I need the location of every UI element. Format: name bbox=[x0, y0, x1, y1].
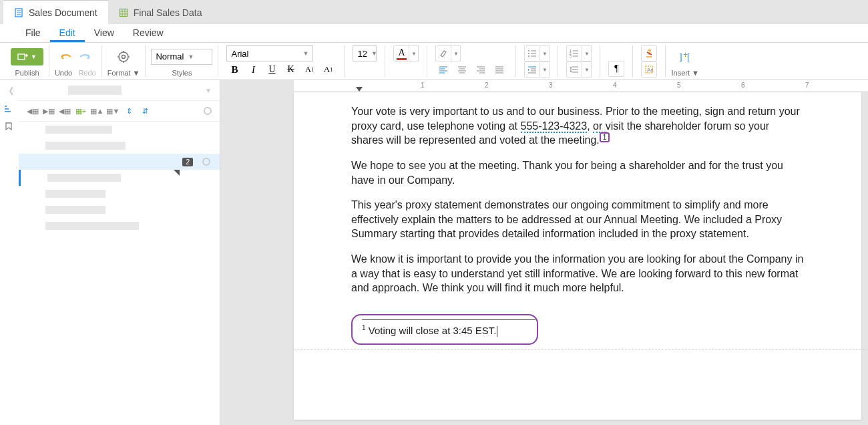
sidebar-item[interactable] bbox=[19, 138, 220, 154]
ruler-mark: 3 bbox=[549, 82, 553, 89]
sheet-icon bbox=[119, 8, 128, 17]
sidebar: 《 ▼ ◀▦ ▶▦ ◀▦ ▦+ ▦▲ ▦▼ ⇕ ⇵ bbox=[0, 80, 220, 425]
add-icon[interactable]: ▦+ bbox=[75, 105, 87, 117]
sidebar-item[interactable] bbox=[19, 186, 220, 202]
publish-button[interactable]: ▼ bbox=[11, 48, 43, 65]
tab-final-sales-data[interactable]: Final Sales Data bbox=[108, 0, 213, 24]
paragraph[interactable]: We hope to see you at the meeting. Thank… bbox=[351, 158, 804, 187]
align-left-button[interactable] bbox=[435, 61, 451, 78]
ruler-mark: 1 bbox=[421, 82, 425, 89]
menu-edit[interactable]: Edit bbox=[50, 23, 85, 42]
svg-text:]: ] bbox=[679, 52, 682, 62]
numbered-list-button[interactable]: 123 ▼ bbox=[566, 45, 592, 61]
sidebar-item[interactable] bbox=[19, 170, 220, 186]
promote-icon[interactable]: ◀▦ bbox=[59, 105, 71, 117]
format-label: Format bbox=[107, 69, 131, 77]
highlight-button[interactable]: ▼ bbox=[435, 45, 461, 61]
bold-button[interactable]: B bbox=[226, 61, 242, 78]
size-combo-value: 12 bbox=[357, 49, 367, 59]
phone-number: 555-123-4323 bbox=[521, 120, 588, 133]
tab-sales-document[interactable]: Sales Document bbox=[3, 0, 108, 24]
ruler-mark: 5 bbox=[677, 82, 681, 89]
collapse-all-icon[interactable]: ⇵ bbox=[139, 105, 151, 117]
select-all-button[interactable]: Aa bbox=[641, 61, 657, 78]
svg-point-11 bbox=[122, 55, 126, 58]
sidebar-toolbar: ◀▦ ▶▦ ◀▦ ▦+ ▦▲ ▦▼ ⇕ ⇵ bbox=[19, 101, 220, 122]
ruler-mark: 7 bbox=[805, 82, 809, 89]
svg-text:Aa: Aa bbox=[647, 67, 654, 73]
sidebar-item[interactable]: 2 bbox=[19, 154, 220, 170]
ruler-indent-marker[interactable] bbox=[356, 87, 363, 92]
align-center-button[interactable] bbox=[454, 61, 470, 78]
para-text: , bbox=[587, 120, 593, 132]
page-break-line bbox=[294, 349, 868, 349]
bookmark-icon[interactable] bbox=[3, 120, 15, 132]
font-combo-value: Arial bbox=[231, 49, 248, 59]
doc-icon bbox=[14, 8, 23, 17]
underline-button[interactable]: U bbox=[264, 61, 280, 78]
menu-file[interactable]: File bbox=[16, 23, 50, 42]
align-justify-button[interactable] bbox=[491, 61, 507, 78]
paragraph-button[interactable]: ¶ bbox=[608, 61, 624, 77]
menu-view[interactable]: View bbox=[85, 23, 124, 42]
moveup-icon[interactable]: ▦▲ bbox=[91, 105, 103, 117]
indent-button[interactable]: ▼ bbox=[524, 61, 550, 78]
sidebar-status-dot bbox=[204, 107, 212, 115]
clear-format-button[interactable] bbox=[641, 45, 657, 61]
insert-label: Insert bbox=[671, 69, 690, 77]
svg-rect-4 bbox=[120, 9, 127, 16]
line-spacing-button[interactable]: ▼ bbox=[566, 61, 592, 78]
insert-button[interactable]: ]+[ bbox=[677, 49, 693, 65]
document-page[interactable]: Your vote is very important to us and to… bbox=[294, 92, 861, 420]
undo-button[interactable] bbox=[58, 49, 74, 65]
sidebar-item[interactable] bbox=[19, 202, 220, 218]
svg-text:3: 3 bbox=[570, 54, 572, 57]
bullet-list-button[interactable]: ▼ bbox=[524, 45, 550, 61]
paragraph[interactable]: This year's proxy statement demonstrates… bbox=[351, 198, 804, 241]
footnote-reference[interactable]: 1 bbox=[600, 132, 610, 142]
ruler-mark: 2 bbox=[485, 82, 489, 89]
comment-badge: 2 bbox=[182, 158, 193, 166]
svg-point-10 bbox=[119, 52, 128, 61]
format-button[interactable] bbox=[116, 49, 132, 65]
svg-text:[: [ bbox=[687, 52, 690, 62]
tab-label: Final Sales Data bbox=[134, 7, 202, 18]
toolbar: ▼ Publish Undo Redo Format ▼ Normal bbox=[0, 43, 868, 80]
sidebar-title-placeholder bbox=[68, 86, 122, 95]
redo-label: Redo bbox=[78, 69, 95, 77]
footnote-block[interactable]: 1 Voting will close at 3:45 EST. bbox=[351, 314, 538, 345]
sidebar-item[interactable] bbox=[19, 218, 220, 234]
ruler: 1 2 3 4 5 6 7 bbox=[294, 80, 868, 92]
outdent-icon[interactable]: ◀▦ bbox=[27, 105, 39, 117]
align-right-button[interactable] bbox=[473, 61, 489, 78]
strikethrough-button[interactable]: K bbox=[282, 61, 298, 78]
ruler-mark: 6 bbox=[741, 82, 745, 89]
size-combo[interactable]: 12 ▼ bbox=[353, 45, 377, 61]
subscript-button[interactable]: A1 bbox=[320, 61, 336, 78]
tab-bar: Sales Document Final Sales Data bbox=[0, 0, 868, 24]
superscript-button[interactable]: A1 bbox=[301, 61, 317, 78]
font-combo[interactable]: Arial ▼ bbox=[226, 45, 313, 61]
svg-point-34 bbox=[528, 53, 529, 54]
publish-label: Publish bbox=[15, 69, 39, 77]
sidebar-item[interactable] bbox=[19, 122, 220, 138]
paragraph[interactable]: We know it is important to provide you t… bbox=[351, 252, 804, 295]
expand-icon[interactable]: ⇕ bbox=[123, 105, 135, 117]
indent-icon[interactable]: ▶▦ bbox=[43, 105, 55, 117]
font-color-button[interactable]: A ▼ bbox=[393, 45, 419, 61]
outline-icon[interactable] bbox=[3, 103, 15, 115]
paragraph[interactable]: Your vote is very important to us and to… bbox=[351, 104, 804, 148]
style-combo-value: Normal bbox=[156, 51, 184, 61]
style-combo[interactable]: Normal ▼ bbox=[151, 49, 212, 65]
styles-label: Styles bbox=[172, 69, 192, 77]
redo-button[interactable] bbox=[77, 49, 93, 65]
svg-rect-9 bbox=[18, 54, 25, 59]
movedown-icon[interactable]: ▦▼ bbox=[107, 105, 119, 117]
menu-review[interactable]: Review bbox=[124, 23, 173, 42]
text-cursor bbox=[497, 326, 497, 337]
collapse-icon[interactable]: 《 bbox=[3, 86, 15, 98]
undo-label: Undo bbox=[55, 69, 72, 77]
footnote-text: Voting will close at 3:45 EST. bbox=[366, 325, 497, 336]
document-area: 1 2 3 4 5 6 7 Your vote is very importan… bbox=[220, 80, 868, 425]
italic-button[interactable]: I bbox=[245, 61, 261, 78]
